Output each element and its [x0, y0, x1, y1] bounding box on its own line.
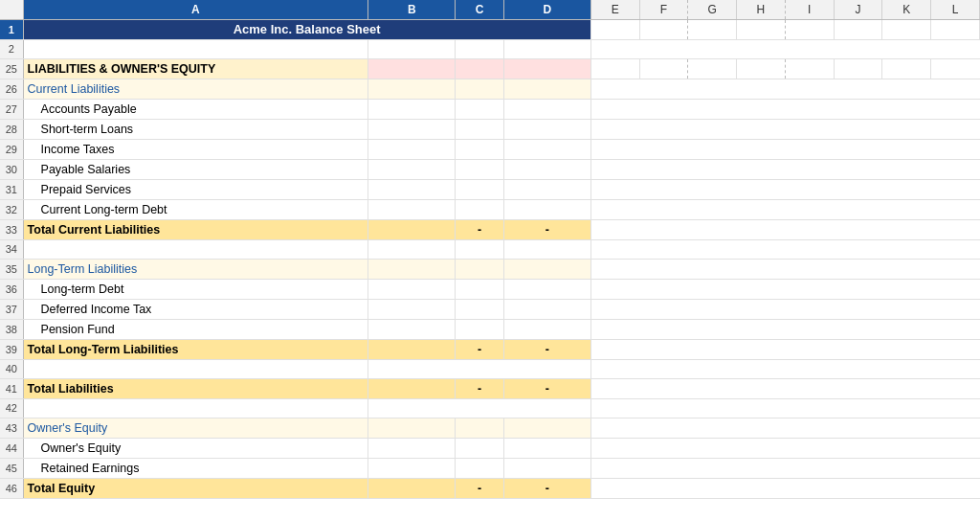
cell-41d[interactable]: -	[503, 378, 590, 398]
cell-25g	[688, 58, 737, 79]
cell-25l	[931, 58, 980, 79]
cell-32a[interactable]: Current Long-term Debt	[23, 199, 368, 219]
cell-25c	[456, 58, 504, 79]
col-header-g[interactable]: G	[688, 0, 737, 19]
col-header-d[interactable]: D	[503, 0, 590, 19]
col-header-j[interactable]: J	[834, 0, 882, 19]
cell-37rest	[590, 299, 979, 319]
table-row: 43 Owner's Equity	[0, 418, 980, 438]
cell-26a[interactable]: Current Liabilities	[23, 79, 368, 99]
row-num-46: 46	[0, 478, 23, 498]
cell-38a[interactable]: Pension Fund	[23, 319, 368, 339]
cell-35rest	[590, 259, 979, 279]
row-num-45: 45	[0, 458, 23, 478]
cell-39a[interactable]: Total Long-Term Liabilities	[23, 339, 368, 359]
cell-29a[interactable]: Income Taxes	[23, 139, 368, 159]
table-row: 36 Long-term Debt	[0, 279, 980, 299]
table-row: 27 Accounts Payable	[0, 99, 980, 119]
cell-46c[interactable]: -	[456, 478, 504, 498]
cell-44a[interactable]: Owner's Equity	[23, 438, 368, 458]
col-header-c[interactable]: C	[456, 0, 504, 19]
table-row: 32 Current Long-term Debt	[0, 199, 980, 219]
cell-31c	[456, 179, 504, 199]
cell-45c	[456, 458, 504, 478]
cell-1f	[639, 19, 688, 39]
row-num-28: 28	[0, 119, 23, 139]
cell-43b	[368, 418, 456, 438]
col-header-l[interactable]: L	[931, 0, 980, 19]
cell-39rest	[590, 339, 979, 359]
cell-32c	[456, 199, 504, 219]
table-row: 41 Total Liabilities - -	[0, 378, 980, 398]
table-row: 46 Total Equity - -	[0, 478, 980, 498]
cell-46d[interactable]: -	[503, 478, 590, 498]
cell-45a[interactable]: Retained Earnings	[23, 458, 368, 478]
table-row: 35 Long-Term Liabilities	[0, 259, 980, 279]
table-row: 2	[0, 39, 980, 58]
col-header-a[interactable]: A	[23, 0, 368, 19]
cell-41a[interactable]: Total Liabilities	[23, 378, 368, 398]
row-num-41: 41	[0, 378, 23, 398]
cell-44c	[456, 438, 504, 458]
cell-39c[interactable]: -	[456, 339, 504, 359]
cell-33b	[368, 219, 456, 239]
col-header-b[interactable]: B	[368, 0, 456, 19]
row-num-38: 38	[0, 319, 23, 339]
cell-1j	[834, 19, 882, 39]
cell-25e	[590, 58, 639, 79]
cell-33a[interactable]: Total Current Liabilities	[23, 219, 368, 239]
row-num-2: 2	[0, 39, 23, 58]
table-row: 31 Prepaid Services	[0, 179, 980, 199]
cell-35d	[503, 259, 590, 279]
cell-41c[interactable]: -	[456, 378, 504, 398]
cell-2b	[368, 39, 456, 58]
cell-33d[interactable]: -	[503, 219, 590, 239]
table-row: 38 Pension Fund	[0, 319, 980, 339]
cell-42a[interactable]	[23, 398, 368, 418]
cell-25k	[882, 58, 931, 79]
cell-28a[interactable]: Short-term Loans	[23, 119, 368, 139]
cell-44d	[503, 438, 590, 458]
table-row: 26 Current Liabilities	[0, 79, 980, 99]
cell-37a[interactable]: Deferred Income Tax	[23, 299, 368, 319]
cell-32rest	[590, 199, 979, 219]
col-header-i[interactable]: I	[785, 0, 834, 19]
col-header-e[interactable]: E	[590, 0, 639, 19]
cell-2d	[503, 39, 590, 58]
cell-25j	[834, 58, 882, 79]
cell-39b	[368, 339, 456, 359]
col-header-k[interactable]: K	[882, 0, 931, 19]
cell-1i	[785, 19, 834, 39]
table-row: 25 LIABILITIES & OWNER'S EQUITY	[0, 58, 980, 79]
cell-27a[interactable]: Accounts Payable	[23, 99, 368, 119]
row-num-44: 44	[0, 438, 23, 458]
cell-35a[interactable]: Long-Term Liabilities	[23, 259, 368, 279]
col-header-f[interactable]: F	[639, 0, 688, 19]
cell-28b	[368, 119, 456, 139]
table-row: 1 Acme Inc. Balance Sheet	[0, 19, 980, 39]
cell-25a[interactable]: LIABILITIES & OWNER'S EQUITY	[23, 58, 368, 79]
col-header-h[interactable]: H	[737, 0, 786, 19]
row-num-30: 30	[0, 159, 23, 179]
cell-43a[interactable]: Owner's Equity	[23, 418, 368, 438]
cell-31a[interactable]: Prepaid Services	[23, 179, 368, 199]
cell-43d	[503, 418, 590, 438]
cell-27rest	[590, 99, 979, 119]
row-num-27: 27	[0, 99, 23, 119]
cell-30a[interactable]: Payable Salaries	[23, 159, 368, 179]
cell-1k	[882, 19, 931, 39]
cell-2a[interactable]	[23, 39, 368, 58]
cell-46a[interactable]: Total Equity	[23, 478, 368, 498]
cell-26c	[456, 79, 504, 99]
cell-36a[interactable]: Long-term Debt	[23, 279, 368, 299]
table-row: 44 Owner's Equity	[0, 438, 980, 458]
row-num-36: 36	[0, 279, 23, 299]
cell-40a[interactable]	[23, 359, 368, 378]
cell-25b	[368, 58, 456, 79]
cell-29d	[503, 139, 590, 159]
cell-40bcd	[368, 359, 590, 378]
cell-36b	[368, 279, 456, 299]
cell-34a[interactable]	[23, 239, 368, 259]
cell-39d[interactable]: -	[503, 339, 590, 359]
cell-33c[interactable]: -	[456, 219, 504, 239]
